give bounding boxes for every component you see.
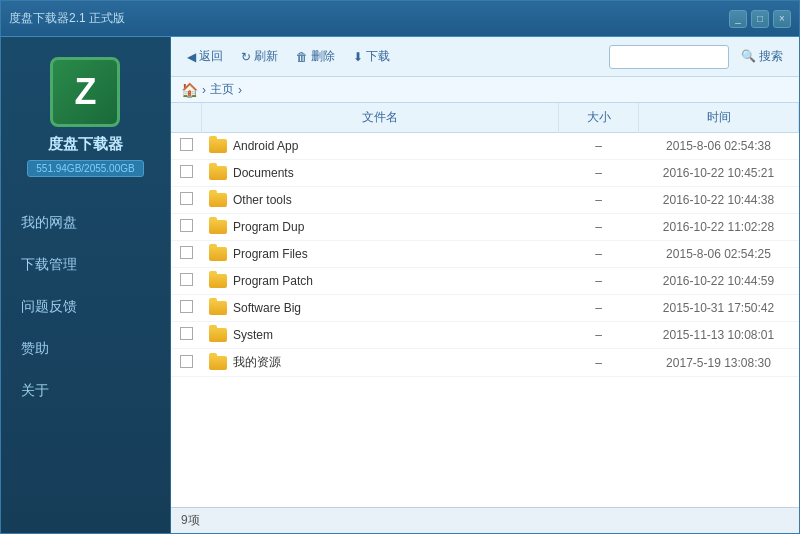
folder-icon [209,356,227,370]
app-logo: Z [50,57,120,127]
size-header: 大小 [559,103,639,133]
breadcrumb-separator: › [202,83,206,97]
status-text: 9项 [181,512,200,529]
app-window: 度盘下载器2.1 正式版 _ □ × Z 度盘下载器 551.94GB/2055… [0,0,800,534]
row-name: Other tools [201,187,559,214]
row-time: 2017-5-19 13:08:30 [639,349,799,377]
maximize-button[interactable]: □ [751,10,769,28]
search-area: 🔍 搜索 [609,45,791,69]
folder-icon [209,220,227,234]
back-button[interactable]: ◀ 返回 [179,44,231,69]
sidebar-item-sponsor[interactable]: 赞助 [1,328,170,370]
row-checkbox[interactable] [171,133,201,160]
toolbar: ◀ 返回 ↻ 刷新 🗑 删除 ⬇ 下载 🔍 [171,37,799,77]
row-name: System [201,322,559,349]
checkbox-header [171,103,201,133]
row-size: – [559,295,639,322]
refresh-button[interactable]: ↻ 刷新 [233,44,286,69]
minimize-button[interactable]: _ [729,10,747,28]
breadcrumb: 🏠 › 主页 › [171,77,799,103]
window-controls: _ □ × [729,10,791,28]
file-list-container[interactable]: 文件名 大小 时间 Android App – 20 [171,103,799,507]
back-icon: ◀ [187,50,196,64]
row-time: 2016-10-22 10:45:21 [639,160,799,187]
sidebar-item-my-disk[interactable]: 我的网盘 [1,202,170,244]
row-name: Program Files [201,241,559,268]
table-row[interactable]: Program Dup – 2016-10-22 11:02:28 [171,214,799,241]
row-checkbox[interactable] [171,349,201,377]
row-time: 2015-8-06 02:54:38 [639,133,799,160]
sidebar-nav: 我的网盘 下载管理 问题反馈 赞助 关于 [1,202,170,412]
refresh-icon: ↻ [241,50,251,64]
delete-icon: 🗑 [296,50,308,64]
row-name: Documents [201,160,559,187]
row-size: – [559,187,639,214]
sidebar-item-feedback[interactable]: 问题反馈 [1,286,170,328]
row-size: – [559,322,639,349]
row-checkbox[interactable] [171,214,201,241]
file-table: 文件名 大小 时间 Android App – 20 [171,103,799,377]
close-button[interactable]: × [773,10,791,28]
row-size: – [559,133,639,160]
main-content: Z 度盘下载器 551.94GB/2055.00GB 我的网盘 下载管理 问题反… [1,37,799,533]
row-time: 2015-8-06 02:54:25 [639,241,799,268]
sidebar: Z 度盘下载器 551.94GB/2055.00GB 我的网盘 下载管理 问题反… [1,37,171,533]
table-row[interactable]: Documents – 2016-10-22 10:45:21 [171,160,799,187]
search-button[interactable]: 🔍 搜索 [733,45,791,68]
row-checkbox[interactable] [171,160,201,187]
row-checkbox[interactable] [171,295,201,322]
row-name: Android App [201,133,559,160]
right-panel: ◀ 返回 ↻ 刷新 🗑 删除 ⬇ 下载 🔍 [171,37,799,533]
file-area: 文件名 大小 时间 Android App – 20 [171,103,799,533]
row-time: 2016-10-22 11:02:28 [639,214,799,241]
row-checkbox[interactable] [171,268,201,295]
breadcrumb-path[interactable]: 主页 [210,81,234,98]
table-row[interactable]: Program Files – 2015-8-06 02:54:25 [171,241,799,268]
title-bar: 度盘下载器2.1 正式版 _ □ × [1,1,799,37]
folder-icon [209,274,227,288]
sidebar-item-about[interactable]: 关于 [1,370,170,412]
time-header: 时间 [639,103,799,133]
download-icon: ⬇ [353,50,363,64]
table-row[interactable]: Program Patch – 2016-10-22 10:44:59 [171,268,799,295]
storage-badge: 551.94GB/2055.00GB [27,160,143,177]
search-icon: 🔍 [741,49,756,63]
row-checkbox[interactable] [171,187,201,214]
row-time: 2016-10-22 10:44:59 [639,268,799,295]
row-name: Program Patch [201,268,559,295]
search-input[interactable] [609,45,729,69]
table-row[interactable]: Software Big – 2015-10-31 17:50:42 [171,295,799,322]
folder-icon [209,301,227,315]
folder-icon [209,166,227,180]
file-table-header: 文件名 大小 时间 [171,103,799,133]
folder-icon [209,247,227,261]
row-size: – [559,214,639,241]
row-size: – [559,241,639,268]
row-size: – [559,349,639,377]
row-time: 2016-10-22 10:44:38 [639,187,799,214]
row-name: 我的资源 [201,349,559,377]
logo-area: Z 度盘下载器 551.94GB/2055.00GB [27,37,143,192]
download-button[interactable]: ⬇ 下载 [345,44,398,69]
table-row[interactable]: 我的资源 – 2017-5-19 13:08:30 [171,349,799,377]
row-checkbox[interactable] [171,322,201,349]
row-size: – [559,268,639,295]
file-table-body: Android App – 2015-8-06 02:54:38 Documen… [171,133,799,377]
status-bar: 9项 [171,507,799,533]
table-row[interactable]: System – 2015-11-13 10:08:01 [171,322,799,349]
app-name: 度盘下载器 [48,135,123,154]
row-checkbox[interactable] [171,241,201,268]
row-time: 2015-10-31 17:50:42 [639,295,799,322]
sidebar-item-download-mgr[interactable]: 下载管理 [1,244,170,286]
window-title: 度盘下载器2.1 正式版 [9,10,729,27]
table-row[interactable]: Other tools – 2016-10-22 10:44:38 [171,187,799,214]
folder-icon [209,328,227,342]
row-size: – [559,160,639,187]
table-row[interactable]: Android App – 2015-8-06 02:54:38 [171,133,799,160]
row-name: Software Big [201,295,559,322]
folder-icon [209,193,227,207]
row-name: Program Dup [201,214,559,241]
delete-button[interactable]: 🗑 删除 [288,44,343,69]
breadcrumb-separator2: › [238,83,242,97]
home-icon[interactable]: 🏠 [181,82,198,98]
